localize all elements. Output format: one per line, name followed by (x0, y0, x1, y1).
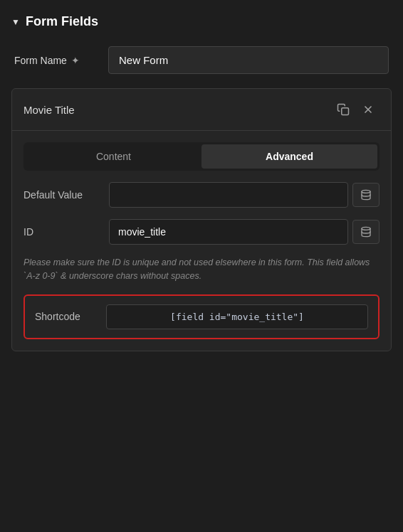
shortcode-row: Shortcode [field id="movie_title"] (23, 294, 380, 339)
shortcode-label: Shortcode (35, 311, 99, 322)
database-icon-2 (360, 226, 372, 238)
form-name-input[interactable] (108, 46, 389, 74)
sparkle-icon: ✦ (71, 55, 80, 66)
id-row: ID (23, 219, 380, 245)
close-icon (362, 104, 374, 115)
collapse-icon[interactable]: ▼ (11, 17, 20, 27)
form-name-row: Form Name ✦ (11, 46, 392, 74)
field-card-actions (331, 99, 380, 120)
section-header: ▼ Form Fields (11, 14, 392, 29)
default-value-label: Default Value (23, 189, 102, 201)
svg-point-3 (362, 190, 370, 193)
tab-row: Content Advanced (23, 142, 380, 171)
shortcode-value: [field id="movie_title"] (106, 304, 368, 329)
hint-text: Please make sure the ID is unique and no… (23, 256, 380, 283)
id-label: ID (23, 226, 102, 238)
form-name-label: Form Name ✦ (14, 55, 100, 66)
default-value-input[interactable] (109, 182, 348, 208)
id-db-button[interactable] (352, 220, 380, 244)
section-title: Form Fields (26, 14, 98, 29)
default-value-db-button[interactable] (352, 183, 380, 207)
field-card-header: Movie Title (12, 89, 391, 131)
tab-advanced[interactable]: Advanced (202, 144, 377, 169)
tab-content[interactable]: Content (26, 144, 202, 169)
id-input[interactable] (109, 219, 348, 245)
field-card-title: Movie Title (23, 104, 325, 116)
field-body: Default Value ID (12, 171, 391, 351)
svg-rect-0 (342, 108, 349, 115)
svg-point-4 (362, 227, 370, 230)
id-input-wrap (109, 219, 380, 245)
default-value-row: Default Value (23, 182, 380, 208)
copy-icon (337, 103, 350, 116)
copy-button[interactable] (331, 99, 355, 120)
close-button[interactable] (357, 100, 380, 119)
form-name-text: Form Name (14, 55, 67, 66)
default-value-input-wrap (109, 182, 380, 208)
field-card: Movie Title Content Advanced Default (11, 88, 392, 351)
database-icon (360, 189, 372, 201)
